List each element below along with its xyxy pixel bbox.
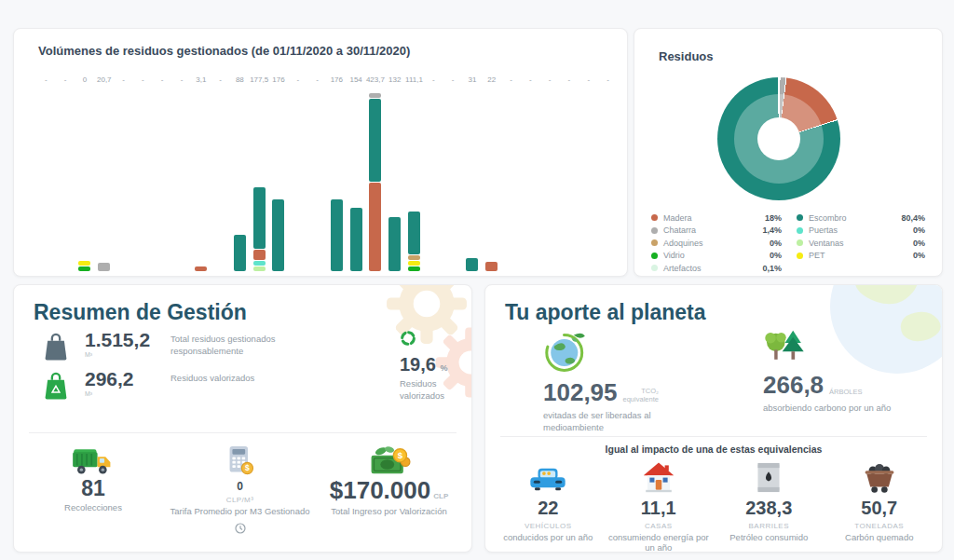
bar-segment-puertas[interactable] (253, 261, 266, 266)
bar-segment-madera[interactable] (195, 266, 207, 271)
legend-name: Chatarra (663, 225, 762, 235)
bar-area (269, 88, 289, 271)
bar-value-label: - (45, 75, 48, 88)
legend-item-madera[interactable]: Madera18% (651, 212, 782, 225)
legend-item-puertas[interactable]: Puertas0% (797, 225, 925, 238)
bar-area (230, 88, 250, 271)
bar-area (404, 88, 424, 271)
bag-green-icon (40, 369, 77, 406)
bar-area (94, 88, 114, 271)
bar-segment-vidrio[interactable] (408, 266, 420, 271)
legend-item-chatarra[interactable]: Chatarra1,4% (651, 225, 782, 238)
bar-value-label: - (529, 75, 532, 88)
bar-segment-escombro[interactable] (408, 212, 420, 254)
chart-slot: - (521, 75, 540, 271)
bar-value-label: 31 (468, 75, 476, 88)
kpi-tarifa-promedio-por-m3-gestionado: $0CLP/M³Tarifa Promedio por M3 Gestionad… (163, 444, 317, 538)
legend-item-escombro[interactable]: Escombro80,4% (797, 212, 925, 225)
legend-item-vidrio[interactable]: Vidrio0% (651, 250, 782, 263)
bar-value-label: 88 (236, 75, 244, 88)
bar-segment-chatarra[interactable] (369, 93, 381, 98)
bar-segment-escombro[interactable] (331, 199, 343, 271)
legend-dot (651, 265, 658, 271)
planeta-stat: 266,8ÁRBOLESabsorbiendo carbono por un a… (763, 328, 921, 414)
equivalence-unit: VEHÍCULOS (525, 522, 572, 530)
stacked-bar[interactable] (195, 266, 207, 271)
bar-segment-adoquines[interactable] (408, 255, 420, 260)
stacked-bar[interactable] (350, 207, 362, 271)
bar-segment-escombro[interactable] (350, 208, 362, 271)
kpi-recolecciones: 81Recolecciones (23, 444, 163, 538)
stat-value-block: 296,2M³ (85, 369, 170, 406)
planeta-title: Tu aporte al planeta (505, 300, 706, 325)
bar-segment-escombro[interactable] (388, 217, 401, 271)
stacked-bar[interactable] (253, 186, 266, 271)
chart-slot: 176 (269, 75, 289, 271)
bar-segment-pet[interactable] (408, 261, 420, 266)
bar-area (75, 88, 95, 271)
legend-dot (651, 239, 658, 246)
stat-unit: M³ (85, 390, 170, 397)
barrel-icon (755, 462, 783, 494)
bar-area (424, 88, 443, 271)
stacked-bar[interactable] (78, 260, 90, 271)
bar-segment-pet[interactable] (78, 261, 90, 266)
bar-segment-madera[interactable] (485, 262, 497, 271)
stacked-bar[interactable] (388, 216, 401, 271)
bar-segment-escombro[interactable] (466, 258, 478, 271)
chart-slot: 88 (230, 75, 250, 271)
bar-segment-ventanas[interactable] (253, 266, 266, 271)
legend-dot (797, 227, 803, 234)
equivalence-toneladas: 50,7TONELADASCarbón quemado (825, 462, 935, 553)
legend-item-artefactos[interactable]: Artefactos0,1% (651, 262, 782, 275)
bag-gray-icon (40, 330, 77, 367)
planeta-stat-unit: ÁRBOLES (829, 388, 862, 397)
bar-segment-escombro[interactable] (234, 235, 246, 271)
bar-value-label: - (219, 75, 222, 88)
equivalence-unit: TONELADAS (854, 522, 904, 530)
planeta-stat-value: 102,95 (543, 380, 618, 404)
kpi-unit: CLP/M³ (226, 496, 254, 504)
bar-segment-chatarra[interactable] (98, 263, 110, 271)
legend-dot (797, 253, 803, 259)
bar-segment-escombro[interactable] (272, 199, 284, 271)
legend-percent: 0,1% (762, 264, 782, 273)
legend-item-pet[interactable]: PET0% (797, 250, 925, 263)
volume-bar-chart[interactable]: --020,7----3,1-88177,5176--176154423,713… (36, 75, 618, 271)
legend-percent: 80,4% (901, 213, 925, 223)
chart-slot: - (133, 75, 153, 271)
legend-percent: 0% (913, 251, 925, 260)
donut-hole (757, 117, 800, 160)
legend-item-adoquines[interactable]: Adoquines0% (651, 237, 782, 250)
stacked-bar[interactable] (408, 211, 420, 271)
legend-item-ventanas[interactable]: Ventanas0% (797, 237, 925, 250)
stacked-bar[interactable] (234, 234, 246, 271)
bar-segment-escombro[interactable] (369, 99, 381, 182)
equivalence-unit: BARRILES (748, 522, 789, 530)
bar-area (153, 88, 172, 271)
volumes-card: Volúmenes de residuos gestionados (de 01… (13, 28, 628, 277)
truck-icon (72, 444, 115, 477)
stacked-bar[interactable] (466, 257, 478, 271)
legend-percent: 18% (765, 213, 782, 223)
stacked-bar[interactable] (485, 261, 497, 271)
legend-percent: 0% (913, 225, 925, 235)
kpi-value: 81 (81, 477, 105, 500)
stacked-bar[interactable] (331, 198, 343, 271)
valorized-value: 19,6 (400, 354, 436, 375)
bar-segment-madera[interactable] (369, 183, 381, 271)
stacked-bar[interactable] (98, 262, 110, 271)
bar-segment-madera[interactable] (253, 250, 266, 260)
bar-segment-vidrio[interactable] (78, 266, 90, 271)
clock-icon[interactable] (235, 521, 246, 538)
kpi-currency: CLP (433, 492, 448, 500)
bar-segment-escombro[interactable] (253, 187, 266, 249)
residuos-donut-chart[interactable] (717, 77, 840, 200)
stacked-bar[interactable] (272, 198, 284, 271)
bar-area (385, 88, 404, 271)
chart-slot: - (501, 75, 521, 271)
bar-value-label: 176 (331, 75, 343, 88)
bar-value-label: 423,7 (366, 75, 385, 88)
stacked-bar[interactable] (369, 92, 381, 271)
house-icon (642, 462, 675, 494)
